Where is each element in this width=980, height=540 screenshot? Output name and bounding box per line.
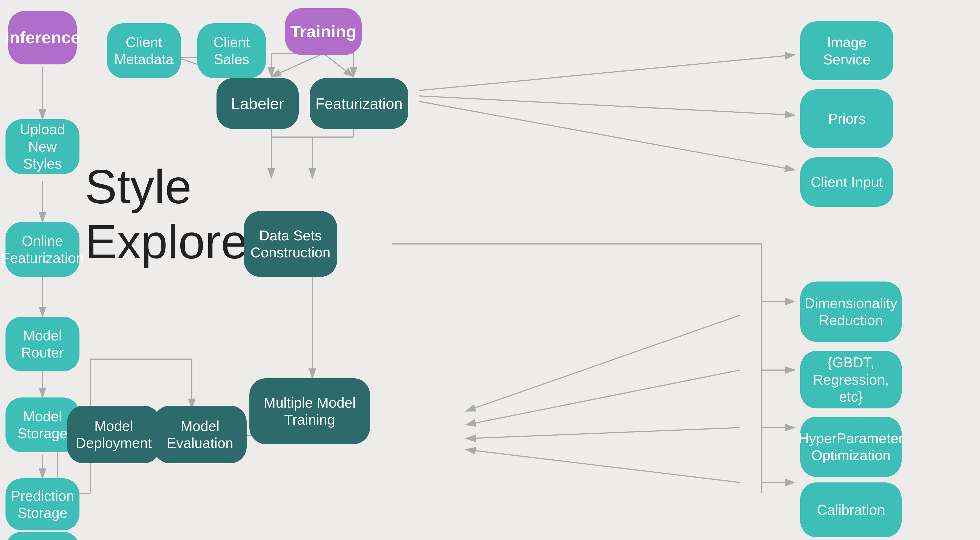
data-sets-construction-node[interactable]: Data SetsConstruction <box>244 211 337 277</box>
model-deployment-node[interactable]: ModelDeployment <box>67 406 160 463</box>
model-evaluation-node[interactable]: ModelEvaluation <box>153 406 247 463</box>
svg-line-24 <box>419 96 795 115</box>
svg-line-11 <box>271 53 323 77</box>
client-metadata-node[interactable]: ClientMetadata <box>107 23 181 78</box>
svg-line-23 <box>419 55 795 91</box>
inference-node[interactable]: Inference <box>8 11 77 64</box>
svg-line-29 <box>466 428 740 438</box>
training-node[interactable]: Training <box>285 8 362 55</box>
svg-line-28 <box>466 370 740 425</box>
online-featurization-node[interactable]: OnlineFeaturization <box>5 222 80 277</box>
featurization-node[interactable]: Featurization <box>310 78 408 129</box>
svg-line-30 <box>466 449 740 483</box>
client-sales-node[interactable]: ClientSales <box>197 23 266 78</box>
main-title: Style Explorer <box>85 159 264 269</box>
svg-line-12 <box>323 53 353 77</box>
gbdt-node[interactable]: {GBDT,Regression, etc} <box>800 351 902 408</box>
hyperparameter-node[interactable]: HyperParameterOptimization <box>800 417 902 477</box>
prediction-reports-node[interactable]: PredictionReports <box>5 532 80 540</box>
prediction-storage-node[interactable]: PredictionStorage <box>5 478 80 530</box>
calibration-node[interactable]: Calibration <box>800 483 902 537</box>
image-service-node[interactable]: ImageService <box>800 21 893 80</box>
model-router-node[interactable]: ModelRouter <box>5 317 80 371</box>
multiple-model-training-node[interactable]: Multiple ModelTraining <box>250 378 370 444</box>
client-input-node[interactable]: Client Input <box>800 157 893 207</box>
upload-new-styles-node[interactable]: UploadNew Styles <box>5 119 80 174</box>
svg-line-27 <box>466 315 740 411</box>
labeler-node[interactable]: Labeler <box>216 78 299 129</box>
priors-node[interactable]: Priors <box>800 89 893 148</box>
dimensionality-reduction-node[interactable]: DimensionalityReduction <box>800 282 902 342</box>
svg-line-25 <box>419 102 795 170</box>
